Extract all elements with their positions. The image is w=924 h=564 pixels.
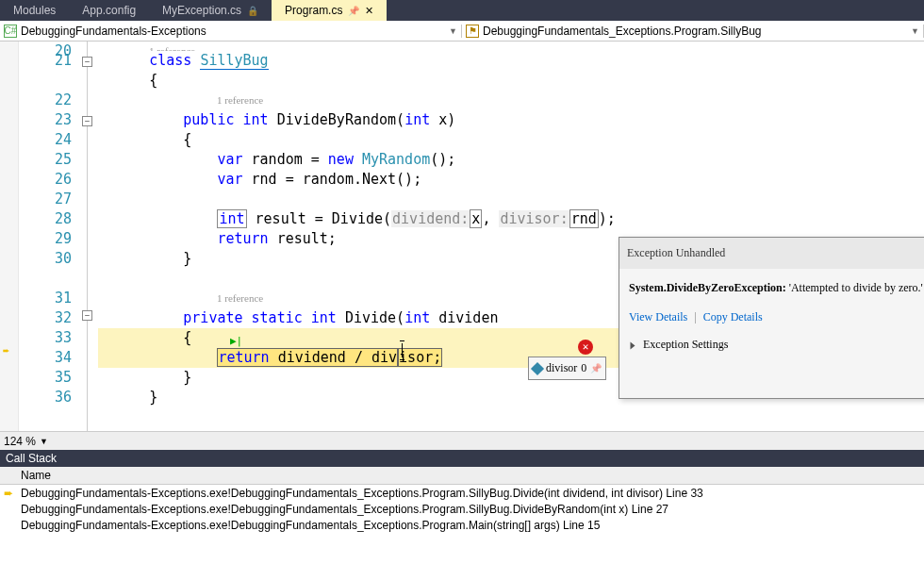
outlining-margin: − − −	[81, 41, 98, 431]
current-frame-icon: ➨	[4, 487, 21, 500]
pin-icon[interactable]: 📌	[348, 6, 359, 16]
exception-helper: Exception Unhandled 📌 ✕ System.DivideByZ…	[619, 237, 924, 399]
callstack-column-header[interactable]: Name	[0, 467, 924, 485]
view-details-link[interactable]: View Details	[629, 310, 687, 323]
callstack-panel-title[interactable]: Call Stack	[0, 450, 924, 467]
code-content[interactable]: 1 reference class SillyBug { 1 reference…	[98, 41, 924, 431]
field-icon	[531, 361, 544, 374]
chevron-right-icon	[631, 341, 635, 349]
tab-program[interactable]: Program.cs📌✕	[272, 0, 387, 21]
codelens[interactable]: 1 reference	[98, 91, 924, 110]
exception-title: Exception Unhandled	[627, 243, 924, 263]
scope-dropdown-right[interactable]: ⚑ DebuggingFundamentals_Exceptions.Progr…	[462, 25, 924, 38]
fold-toggle[interactable]: −	[82, 57, 92, 67]
close-icon[interactable]: ✕	[365, 5, 373, 17]
csharp-icon: C#	[4, 25, 17, 38]
callstack-row[interactable]: ➨DebuggingFundamentals-Exceptions.exe!De…	[0, 485, 924, 501]
exception-settings-expander[interactable]: Exception Settings	[619, 335, 924, 362]
line-numbers: 2021222324252627282930313233343536	[19, 41, 81, 431]
exception-message: 'Attempted to divide by zero.'	[789, 281, 923, 294]
copy-details-link[interactable]: Copy Details	[703, 310, 763, 323]
glyph-margin: ➨	[0, 41, 19, 431]
frame-text: DebuggingFundamentals-Exceptions.exe!Deb…	[21, 503, 668, 516]
chevron-down-icon: ▼	[449, 26, 457, 36]
exception-error-icon[interactable]: ✕	[578, 340, 593, 355]
datatip-name: divisor	[546, 358, 577, 378]
text-caret	[402, 343, 403, 357]
chevron-down-icon: ▼	[40, 437, 48, 446]
fold-toggle[interactable]: −	[82, 116, 92, 126]
tab-appconfig[interactable]: App.config	[69, 0, 149, 21]
zoom-selector[interactable]: 124 %▼	[0, 431, 924, 450]
tab-modules[interactable]: Modules	[0, 0, 69, 21]
frame-text: DebuggingFundamentals-Exceptions.exe!Deb…	[21, 487, 703, 500]
document-tabs: Modules App.config MyException.cs🔒 Progr…	[0, 0, 924, 21]
frame-text: DebuggingFundamentals-Exceptions.exe!Deb…	[21, 519, 600, 532]
method-icon: ⚑	[466, 25, 479, 38]
data-tip[interactable]: divisor 0 📌	[528, 357, 606, 380]
current-statement-icon: ➨	[3, 341, 9, 361]
datatip-value: 0	[581, 358, 586, 378]
code-editor[interactable]: ➨ 2021222324252627282930313233343536 − −…	[0, 41, 924, 431]
callstack-row[interactable]: DebuggingFundamentals-Exceptions.exe!Deb…	[0, 517, 924, 533]
tab-myexception[interactable]: MyException.cs🔒	[149, 0, 272, 21]
pin-icon[interactable]: 📌	[590, 358, 602, 378]
chevron-down-icon: ▼	[911, 26, 919, 36]
pin-icon: 🔒	[247, 6, 258, 16]
navigation-bar: C# DebuggingFundamentals-Exceptions ▼ ⚑ …	[0, 21, 924, 41]
callstack-rows: ➨DebuggingFundamentals-Exceptions.exe!De…	[0, 485, 924, 533]
scope-dropdown-left[interactable]: C# DebuggingFundamentals-Exceptions ▼	[0, 25, 462, 38]
callstack-row[interactable]: DebuggingFundamentals-Exceptions.exe!Deb…	[0, 501, 924, 517]
exception-type: System.DivideByZeroException:	[629, 281, 786, 294]
fold-toggle[interactable]: −	[82, 310, 92, 321]
